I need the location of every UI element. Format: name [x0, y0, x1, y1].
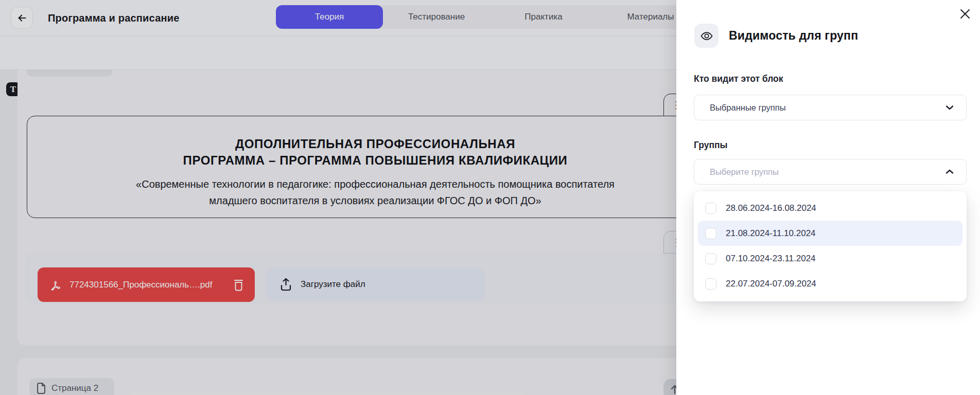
- groups-dropdown: 28.06.2024-16.08.2024 21.08.2024-11.10.2…: [694, 191, 967, 301]
- who-sees-value: Выбранные группы: [710, 103, 944, 113]
- modal-overlay[interactable]: [0, 0, 676, 395]
- visibility-icon-chip: [694, 24, 719, 48]
- groups-label: Группы: [694, 140, 728, 151]
- who-sees-select[interactable]: Выбранные группы: [694, 95, 967, 120]
- group-option-label: 28.06.2024-16.08.2024: [726, 203, 816, 213]
- group-option-label: 07.10.2024-23.11.2024: [726, 254, 816, 264]
- group-option-label: 22.07.2024-07.09.2024: [726, 279, 816, 289]
- group-option[interactable]: 22.07.2024-07.09.2024: [698, 271, 962, 296]
- checkbox-unchecked[interactable]: [705, 278, 716, 290]
- panel-header: Видимость для групп: [694, 24, 858, 48]
- who-sees-label: Кто видит этот блок: [694, 74, 783, 84]
- group-option[interactable]: 21.08.2024-11.10.2024: [698, 221, 962, 246]
- group-option[interactable]: 28.06.2024-16.08.2024: [698, 195, 962, 221]
- group-visibility-panel: Видимость для групп Кто видит этот блок …: [676, 0, 980, 395]
- group-option-label: 21.08.2024-11.10.2024: [726, 228, 816, 239]
- eye-icon: [699, 29, 714, 43]
- close-panel-button[interactable]: [956, 5, 974, 23]
- group-option[interactable]: 07.10.2024-23.11.2024: [698, 246, 962, 271]
- chevron-down-icon: [944, 102, 955, 113]
- checkbox-unchecked[interactable]: [705, 253, 716, 264]
- panel-title: Видимость для групп: [729, 29, 858, 43]
- close-icon: [959, 8, 971, 20]
- chevron-up-icon: [944, 167, 955, 177]
- groups-select[interactable]: Выберите группы: [694, 159, 967, 185]
- checkbox-unchecked[interactable]: [705, 228, 716, 239]
- groups-placeholder: Выберите группы: [710, 167, 944, 177]
- checkbox-unchecked[interactable]: [705, 203, 716, 214]
- app-root: Программа и расписание Теория Тестирован…: [0, 0, 980, 395]
